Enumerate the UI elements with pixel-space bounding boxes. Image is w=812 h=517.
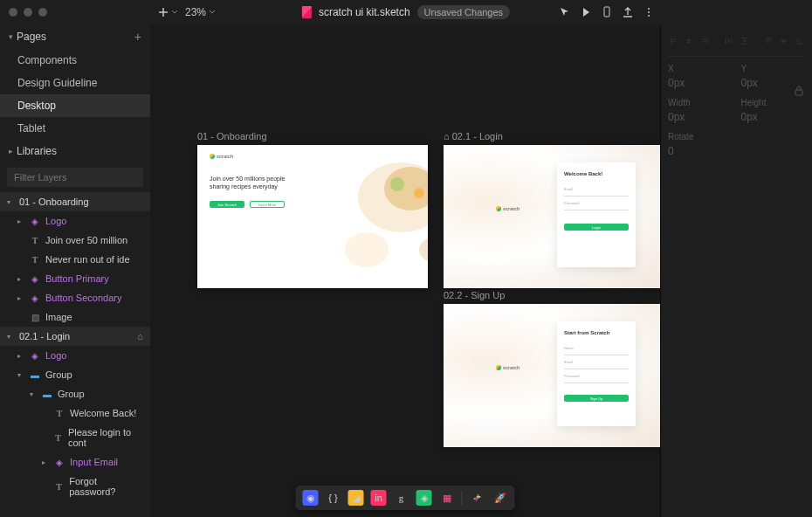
y-label: Y — [741, 64, 806, 73]
dock-abstract-icon[interactable]: ◉ — [303, 490, 319, 506]
file-title: scratch ui kit.sketch — [319, 6, 410, 18]
dock-zeplin-icon[interactable]: ◢ — [348, 490, 364, 506]
artboard-login[interactable]: scratch Welcome Back! Email Password Log… — [444, 145, 660, 288]
svg-point-6 — [390, 177, 404, 191]
play-icon[interactable] — [580, 6, 592, 18]
layer-symbol-button-primary[interactable]: ▸ ◈ Button Primary — [0, 269, 150, 288]
device-icon[interactable] — [601, 6, 613, 18]
dock-slack-icon[interactable] — [470, 490, 485, 506]
layers-panel: ▾ 01 - Onboarding ▸ ◈ Logo T Join over 5… — [0, 192, 150, 517]
page-item-tablet[interactable]: Tablet — [0, 117, 150, 140]
layer-symbol-button-secondary[interactable]: ▸ ◈ Button Secondary — [0, 288, 150, 307]
x-input[interactable]: 0px — [668, 77, 733, 89]
symbol-icon: ◈ — [30, 216, 40, 226]
align-bottom-icon[interactable] — [795, 35, 803, 47]
align-middle-icon[interactable] — [780, 35, 788, 47]
dock-code-icon[interactable]: { } — [326, 490, 341, 506]
food-image-placeholder — [314, 145, 428, 288]
maximize-window-button[interactable] — [38, 8, 47, 17]
plus-icon — [157, 6, 169, 18]
layer-symbol-input-email[interactable]: ▸ ◈ Input Email — [0, 452, 150, 472]
align-controls — [668, 31, 805, 57]
canvas[interactable]: 01 - Onboarding scratch Join over 50 mil… — [150, 24, 660, 517]
libraries-panel-header[interactable]: ▸ Libraries — [0, 140, 150, 162]
close-window-button[interactable] — [9, 8, 17, 17]
layer-artboard-login[interactable]: ▾ 02.1 - Login — [0, 327, 150, 346]
libraries-label: Libraries — [17, 145, 141, 157]
minimize-window-button[interactable] — [24, 8, 32, 17]
text-icon: T — [53, 432, 63, 443]
insert-button[interactable] — [157, 6, 178, 18]
artboard-label-login[interactable]: ⌂ 02.1 - Login — [444, 131, 503, 141]
symbol-icon: ◈ — [30, 293, 40, 303]
lock-icon[interactable] — [795, 86, 803, 99]
caret-right-icon: ▸ — [17, 217, 24, 225]
distribute-h-icon[interactable] — [725, 35, 733, 47]
layer-text-join[interactable]: T Join over 50 million — [0, 231, 150, 250]
text-icon: T — [54, 408, 65, 418]
filter-layers-input[interactable] — [7, 168, 143, 187]
layer-text-never[interactable]: T Never run out of ide — [0, 250, 150, 269]
toolbar-center: scratch ui kit.sketch Unsaved Changes — [302, 5, 510, 19]
dock-gravit-icon[interactable]: g — [394, 490, 409, 506]
align-top-icon[interactable] — [765, 35, 773, 47]
layer-symbol-logo[interactable]: ▸ ◈ Logo — [0, 211, 150, 231]
page-item-components[interactable]: Components — [0, 49, 150, 72]
chevron-down-icon — [171, 9, 178, 16]
layer-text-please-login[interactable]: T Please login to cont — [0, 423, 150, 452]
height-label: Height — [741, 98, 806, 107]
width-input[interactable]: 0px — [668, 111, 733, 123]
folder-icon: ▬ — [30, 369, 40, 380]
pages-label: Pages — [17, 31, 134, 43]
artboard-label-onboarding[interactable]: 01 - Onboarding — [197, 131, 267, 141]
svg-point-2 — [648, 11, 650, 13]
svg-point-8 — [345, 232, 389, 267]
layer-artboard-onboarding[interactable]: ▾ 01 - Onboarding — [0, 192, 150, 211]
caret-down-icon: ▾ — [7, 333, 14, 341]
folder-icon: ▬ — [42, 389, 52, 399]
export-icon[interactable] — [622, 6, 634, 18]
height-input[interactable]: 0px — [741, 111, 806, 123]
align-left-icon[interactable] — [670, 35, 678, 47]
more-icon[interactable] — [643, 6, 655, 18]
artboard-onboarding[interactable]: scratch Join over 50 millions people sha… — [197, 145, 428, 288]
align-center-h-icon[interactable] — [685, 35, 692, 47]
rotate-input[interactable]: 0 — [668, 145, 733, 157]
caret-down-icon: ▾ — [30, 390, 37, 398]
align-right-icon[interactable] — [700, 35, 708, 47]
layer-text-forgot[interactable]: T Forgot password? — [0, 472, 150, 501]
page-item-design-guideline[interactable]: Design Guideline — [0, 72, 150, 94]
dock-divider — [462, 491, 463, 505]
text-icon: T — [30, 235, 40, 245]
layer-folder-group-2[interactable]: ▾ ▬ Group — [0, 384, 150, 403]
dock-invision-icon[interactable]: in — [371, 490, 387, 506]
mock-logo: scratch — [496, 206, 520, 211]
cursor-icon[interactable] — [559, 6, 571, 18]
text-icon: T — [54, 481, 65, 492]
page-item-desktop[interactable]: Desktop — [0, 94, 150, 117]
artboard-signup[interactable]: scratch Start from Scratch Name Email Pa… — [444, 304, 660, 447]
mock-logo: scratch — [496, 365, 520, 370]
layer-image[interactable]: ▧ Image — [0, 307, 150, 327]
plugin-dock: ◉ { } ◢ in g ◈ ▦ 🚀 — [296, 486, 515, 510]
titlebar: 23% scratch ui kit.sketch Unsaved Change… — [0, 0, 812, 24]
pages-panel-header[interactable]: ▾ Pages + — [0, 24, 150, 49]
left-sidebar: ▾ Pages + Components Design Guideline De… — [0, 24, 150, 517]
mock-headline: Join over 50 millions people sharing rec… — [210, 175, 288, 190]
caret-right-icon: ▸ — [17, 275, 24, 283]
window-controls — [9, 8, 47, 17]
artboard-label-signup[interactable]: 02.2 - Sign Up — [444, 290, 505, 300]
dock-runner-icon[interactable]: 🚀 — [492, 490, 508, 506]
zoom-control[interactable]: 23% — [185, 6, 216, 18]
layer-folder-group[interactable]: ▾ ▬ Group — [0, 365, 150, 384]
chevron-down-icon — [209, 9, 216, 16]
layer-text-welcome[interactable]: T Welcome Back! — [0, 403, 150, 423]
mock-btn-primary: Join Scratch — [210, 201, 244, 208]
caret-right-icon: ▸ — [17, 294, 24, 302]
dock-grid-icon[interactable]: ▦ — [439, 490, 455, 506]
add-page-button[interactable]: + — [134, 30, 141, 44]
dock-craft-icon[interactable]: ◈ — [416, 490, 432, 506]
layer-symbol-logo-2[interactable]: ▸ ◈ Logo — [0, 346, 150, 365]
x-label: X — [668, 64, 733, 73]
distribute-v-icon[interactable] — [740, 35, 748, 47]
